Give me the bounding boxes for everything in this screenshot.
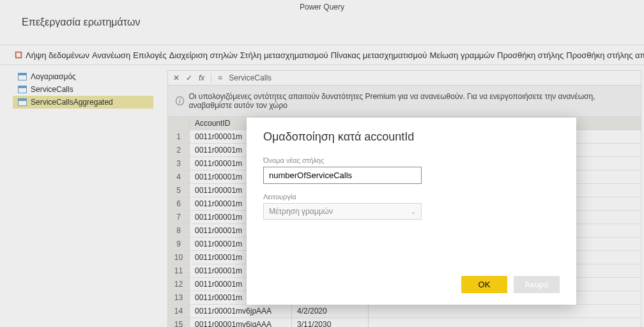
cancel-formula-icon[interactable]: ✕ <box>173 73 180 82</box>
table-icon <box>18 86 27 93</box>
row-number: 7 <box>168 211 190 224</box>
toolbar-transform-table[interactable]: Πίνακας μετασχηματισμού <box>331 50 427 60</box>
row-number: 14 <box>168 305 190 317</box>
toolbar-reduce-rows[interactable]: Μείωση γραμμών <box>429 50 494 60</box>
row-number: 9 <box>168 238 190 250</box>
row-number: 1 <box>168 130 190 143</box>
section-title: Επεξεργασία ερωτημάτων <box>22 17 140 28</box>
row-number: 12 <box>168 278 190 291</box>
operation-label: Λειτουργία <box>263 193 560 201</box>
new-column-input[interactable] <box>263 167 422 184</box>
query-item-account[interactable]: Λογαριασμός <box>13 70 153 83</box>
formula-text[interactable]: ServiceCalls <box>229 73 272 82</box>
warning-bar: i Οι υπολογιζόμενες οντότητες απαιτούν δ… <box>167 86 641 117</box>
row-number: 8 <box>168 224 190 237</box>
table-icon <box>18 73 27 80</box>
equals: = <box>211 73 222 82</box>
cell-accountid: 0011r00001mv6jqAAA <box>190 318 292 327</box>
operation-selected: Μέτρηση γραμμών <box>269 207 333 216</box>
table-row[interactable]: 150011r00001mv6jqAAA3/11/2030 <box>168 318 641 327</box>
table-icon <box>18 98 27 106</box>
info-icon: i <box>176 96 184 105</box>
toolbar-transform-column[interactable]: Στήλη μετασχηματισμού <box>240 50 328 60</box>
toolbar: Λήψη δεδομένων Ανανέωση Επιλογές Διαχείρ… <box>0 45 644 65</box>
row-number: 4 <box>168 171 190 183</box>
queries-panel: Λογαριασμός ServiceCalls ServiceCallsAgg… <box>13 70 153 109</box>
row-number: 10 <box>168 251 190 264</box>
query-item-service-calls-aggregated[interactable]: ServiceCallsAggregated <box>13 96 153 109</box>
query-label: Λογαριασμός <box>31 72 76 81</box>
cell-date: 3/11/2030 <box>292 318 369 327</box>
new-column-label: Όνομα νέας στήλης <box>263 156 560 164</box>
ok-button[interactable]: OK <box>461 276 507 293</box>
formula-bar[interactable]: ✕ ✓ fx = ServiceCalls <box>167 70 641 86</box>
dialog-title: Ομαδοποίηση κατά accountId <box>263 130 560 144</box>
app-title: Power Query <box>300 3 344 11</box>
group-by-dialog: Ομαδοποίηση κατά accountId Όνομα νέας στ… <box>247 118 576 305</box>
row-number: 3 <box>168 157 190 170</box>
cancel-button[interactable]: Άκυρο <box>514 276 560 293</box>
toolbar-options[interactable]: Επιλογές <box>133 50 167 60</box>
row-number: 5 <box>168 184 190 197</box>
query-item-service-calls[interactable]: ServiceCalls <box>13 83 153 96</box>
toolbar-get-data[interactable]: Λήψη δεδομένων <box>26 50 89 60</box>
svg-rect-1 <box>17 53 21 57</box>
query-label: ServiceCallsAggregated <box>31 98 113 107</box>
row-number: 13 <box>168 291 190 304</box>
table-row[interactable]: 140011r00001mv6jpAAA4/2/2020 <box>168 305 641 318</box>
get-data-icon <box>14 50 23 59</box>
toolbar-manage-columns[interactable]: Διαχείριση στηλών <box>169 50 238 60</box>
row-number-header <box>168 117 190 130</box>
operation-select[interactable]: Μέτρηση γραμμών ⌄ <box>263 203 422 220</box>
commit-formula-icon[interactable]: ✓ <box>186 73 192 82</box>
query-label: ServiceCalls <box>31 85 73 94</box>
toolbar-refresh[interactable]: Ανανέωση <box>92 50 130 60</box>
warning-text: Οι υπολογιζόμενες οντότητες απαιτούν δυν… <box>189 92 633 110</box>
row-number: 11 <box>168 264 190 277</box>
chevron-down-icon: ⌄ <box>411 208 416 215</box>
toolbar-add-column[interactable]: Προσθήκη στήλης <box>497 50 564 60</box>
row-number: 15 <box>168 318 190 327</box>
fx-icon: fx <box>199 73 204 82</box>
toolbar-add-column-from[interactable]: Προσθήκη στήλης από <box>566 50 644 60</box>
row-number: 2 <box>168 144 190 156</box>
cell-date: 4/2/2020 <box>292 305 369 317</box>
row-number: 6 <box>168 197 190 210</box>
cell-accountid: 0011r00001mv6jpAAA <box>190 305 292 317</box>
